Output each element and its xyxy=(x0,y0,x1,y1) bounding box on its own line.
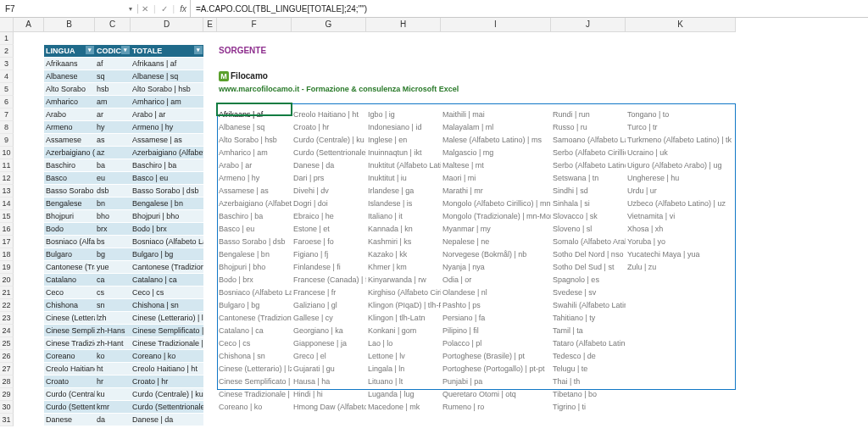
spill-cell[interactable]: Estone | et xyxy=(292,223,366,235)
table-cell-lingua[interactable]: Coreano xyxy=(44,350,95,362)
spill-cell[interactable]: Marathi | mr xyxy=(441,185,551,197)
spill-cell[interactable]: Figiano | fj xyxy=(292,248,366,260)
table-cell-lingua[interactable]: Bosniaco (Alfabeto Latino) xyxy=(44,236,95,248)
table-cell-totale[interactable]: Alto Sorabo | hsb xyxy=(131,83,203,95)
table-cell-lingua[interactable]: Danese xyxy=(44,414,95,426)
spill-cell[interactable]: Spagnolo | es xyxy=(551,274,626,286)
row-header[interactable]: 23 xyxy=(0,312,14,325)
table-cell-codice[interactable]: bs xyxy=(95,236,131,248)
spill-cell[interactable]: Mongolo (Alfabeto Cirillico) | mn-Cyrl xyxy=(441,198,551,209)
row-header[interactable]: 11 xyxy=(0,159,14,172)
spill-cell[interactable]: Bosniaco (Alfabeto Latino) | bs xyxy=(217,287,292,298)
table-cell-totale[interactable]: Assamese | as xyxy=(131,134,203,146)
cell[interactable] xyxy=(551,83,626,95)
cell[interactable] xyxy=(626,83,736,95)
table-cell-lingua[interactable]: Bulgaro xyxy=(44,248,95,260)
cell-e[interactable] xyxy=(203,121,217,133)
row-header[interactable]: 7 xyxy=(0,108,14,121)
spill-cell[interactable]: Ebraico | he xyxy=(292,210,366,222)
table-cell-lingua[interactable]: Albanese xyxy=(44,70,95,82)
cell-e[interactable] xyxy=(203,261,217,273)
table-cell-lingua[interactable]: Cinese Tradizionale xyxy=(44,337,95,349)
spill-cell[interactable]: Galiziano | gl xyxy=(292,299,366,311)
cell-e[interactable] xyxy=(203,350,217,362)
filter-icon[interactable]: ▾ xyxy=(194,46,203,54)
column-header[interactable]: J xyxy=(551,18,626,32)
spill-cell[interactable] xyxy=(626,363,736,375)
spill-cell[interactable]: Gujarati | gu xyxy=(292,363,366,375)
table-cell-codice[interactable]: sn xyxy=(95,299,131,311)
row-header[interactable]: 8 xyxy=(0,121,14,134)
spill-cell[interactable]: Tigrino | ti xyxy=(551,401,626,413)
cell-e[interactable] xyxy=(203,414,217,426)
cell[interactable] xyxy=(626,58,736,70)
spill-cell[interactable]: Slovacco | sk xyxy=(551,210,626,222)
table-cell-lingua[interactable]: Alto Sorabo xyxy=(44,83,95,95)
spill-cell[interactable]: Bulgaro | bg xyxy=(217,299,292,311)
table-cell-totale[interactable]: Cinese Tradizionale | zh-Hant xyxy=(131,337,203,349)
spill-cell[interactable]: Croato | hr xyxy=(292,121,366,133)
spill-cell[interactable]: Pashto | ps xyxy=(441,299,551,311)
table-cell-codice[interactable]: cs xyxy=(95,287,131,298)
table-header-totale[interactable]: TOTALE▾ xyxy=(131,45,203,57)
table-cell-totale[interactable]: Armeno | hy xyxy=(131,121,203,133)
table-cell-codice[interactable]: brx xyxy=(95,223,131,235)
spill-cell[interactable]: Turco | tr xyxy=(626,121,736,133)
spill-cell[interactable]: Inuinnaqtun | ikt xyxy=(366,147,441,159)
cell[interactable] xyxy=(441,70,551,82)
table-cell-codice[interactable]: bg xyxy=(95,248,131,260)
table-cell-lingua[interactable]: Bodo xyxy=(44,223,95,235)
row-header[interactable]: 15 xyxy=(0,210,14,223)
spill-cell[interactable]: Norvegese (Bokmål) | nb xyxy=(441,248,551,260)
spill-cell[interactable]: Giapponese | ja xyxy=(292,337,366,349)
spill-cell[interactable]: Kinyarwanda | rw xyxy=(366,274,441,286)
spill-cell[interactable]: Kirghiso (Alfabeto Cirillico) | ky xyxy=(366,287,441,298)
cell[interactable] xyxy=(366,96,441,108)
table-cell-totale[interactable]: Croato | hr xyxy=(131,376,203,387)
spill-cell[interactable]: Sindhi | sd xyxy=(551,185,626,197)
spill-cell[interactable]: Tahitiano | ty xyxy=(551,312,626,324)
cell-a[interactable] xyxy=(14,32,44,44)
row-header[interactable]: 6 xyxy=(0,96,14,108)
row-header[interactable]: 20 xyxy=(0,274,14,287)
spill-cell[interactable]: Bodo | brx xyxy=(217,274,292,286)
table-cell-codice[interactable]: as xyxy=(95,134,131,146)
site-tagline[interactable]: www.marcofilocamo.it - Formazione & cons… xyxy=(217,83,292,95)
spill-cell[interactable]: Turkmeno (Alfabeto Latino) | tk xyxy=(626,134,736,146)
spill-cell[interactable]: Finlandese | fi xyxy=(292,261,366,273)
spill-cell[interactable]: Russo | ru xyxy=(551,121,626,133)
cell[interactable] xyxy=(441,58,551,70)
spill-cell[interactable]: Islandese | is xyxy=(366,198,441,209)
row-header[interactable]: 2 xyxy=(0,45,14,58)
row-header[interactable]: 5 xyxy=(0,83,14,96)
cell-a[interactable] xyxy=(14,147,44,159)
row-header[interactable]: 25 xyxy=(0,337,14,350)
table-cell-codice[interactable]: ar xyxy=(95,108,131,120)
row-header[interactable]: 31 xyxy=(0,414,14,426)
spill-cell[interactable]: Ucraino | uk xyxy=(626,147,736,159)
row-header[interactable]: 30 xyxy=(0,401,14,414)
cell-e[interactable] xyxy=(203,236,217,248)
cell[interactable] xyxy=(441,96,551,108)
cell-e[interactable] xyxy=(203,147,217,159)
table-cell-lingua[interactable]: Assamese xyxy=(44,134,95,146)
table-cell-codice[interactable]: kmr xyxy=(95,401,131,413)
cell-a[interactable] xyxy=(14,198,44,209)
table-cell-codice[interactable]: ht xyxy=(95,363,131,375)
table-cell-lingua[interactable]: Curdo (Settentrionale) xyxy=(44,401,95,413)
table-cell-codice[interactable]: hy xyxy=(95,121,131,133)
cell-a[interactable] xyxy=(14,337,44,349)
spill-cell[interactable]: Basco | eu xyxy=(217,223,292,235)
spill-cell[interactable]: Indonesiano | id xyxy=(366,121,441,133)
spill-cell[interactable]: Somalo (Alfabeto Arabo) | so xyxy=(551,236,626,248)
column-header[interactable]: D xyxy=(131,18,203,32)
spill-cell[interactable]: Afrikaans | af xyxy=(217,108,292,120)
table-cell-lingua[interactable]: Bhojpuri xyxy=(44,210,95,222)
table-cell-totale[interactable]: Bulgaro | bg xyxy=(131,248,203,260)
spill-cell[interactable]: Lingala | ln xyxy=(366,363,441,375)
spill-cell[interactable] xyxy=(626,376,736,387)
spill-cell[interactable] xyxy=(626,388,736,400)
table-cell-totale[interactable]: Amharico | am xyxy=(131,96,203,108)
cell-e[interactable] xyxy=(203,45,217,57)
spill-cell[interactable]: Arabo | ar xyxy=(217,159,292,171)
